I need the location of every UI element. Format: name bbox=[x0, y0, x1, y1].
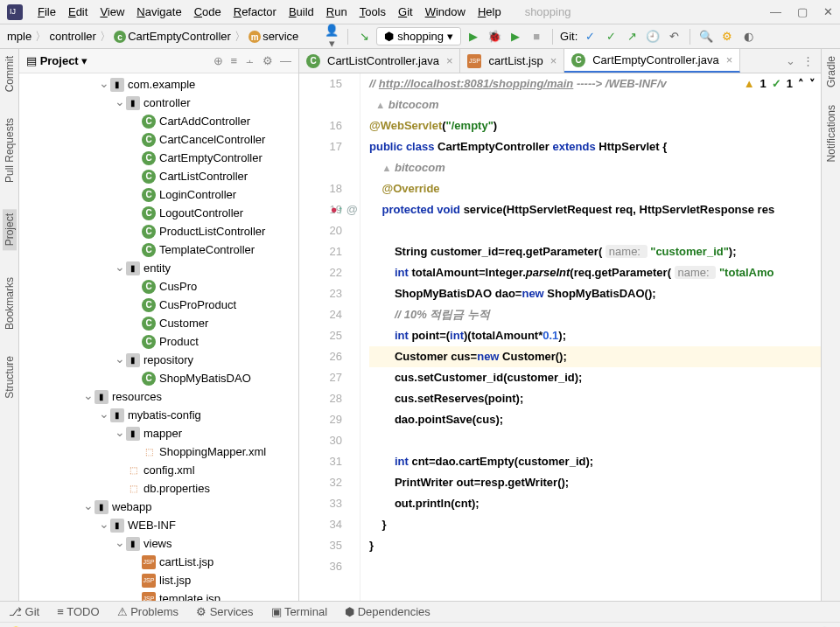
tool-commit[interactable]: Commit bbox=[4, 56, 16, 92]
menu-tools[interactable]: Tools bbox=[354, 5, 392, 18]
editor-tab[interactable]: CartListController.java× bbox=[299, 49, 460, 73]
tool-dependencies[interactable]: ⬢ Dependencies bbox=[345, 605, 430, 618]
breadcrumb[interactable]: controller bbox=[49, 30, 95, 43]
menu-code[interactable]: Code bbox=[188, 5, 228, 18]
menu-window[interactable]: Window bbox=[419, 5, 472, 18]
tool-project[interactable]: Project bbox=[3, 209, 17, 250]
menu-run[interactable]: Run bbox=[320, 5, 354, 18]
warning-icon[interactable]: ▲ bbox=[744, 73, 755, 94]
tab-dropdown-icon[interactable]: ⌄ bbox=[786, 54, 795, 67]
menu-file[interactable]: File bbox=[32, 5, 62, 18]
tree-item[interactable]: ▮webapp bbox=[19, 498, 298, 516]
tree-item[interactable]: CartListController bbox=[19, 167, 298, 185]
menu-edit[interactable]: Edit bbox=[62, 5, 94, 18]
tree-item[interactable]: CartCancelController bbox=[19, 130, 298, 149]
tool-pull-requests[interactable]: Pull Requests bbox=[4, 118, 16, 183]
project-tree[interactable]: ▮com.example▮controllerCartAddController… bbox=[19, 73, 298, 601]
tree-item[interactable]: Customer bbox=[19, 314, 298, 332]
tab-close-icon[interactable]: × bbox=[446, 54, 453, 67]
tree-item[interactable]: ▮mybatis-config bbox=[19, 406, 298, 424]
breadcrumb[interactable]: mple bbox=[7, 30, 32, 43]
git-commit-icon[interactable]: ✓ bbox=[602, 30, 620, 43]
close-icon[interactable]: ✕ bbox=[823, 5, 833, 18]
tree-item[interactable]: ▮controller bbox=[19, 94, 298, 112]
tree-item[interactable]: TemplateController bbox=[19, 240, 298, 259]
git-update-icon[interactable]: ✓ bbox=[581, 30, 598, 43]
tree-item[interactable]: ⬚config.xml bbox=[19, 461, 298, 479]
code-editor[interactable]: // http://localhost:8081/shopping/main -… bbox=[360, 73, 821, 601]
tree-item[interactable]: ProductListController bbox=[19, 222, 298, 240]
menu-help[interactable]: Help bbox=[472, 5, 508, 18]
tree-item[interactable]: ▮repository bbox=[19, 351, 298, 369]
git-rollback-icon[interactable]: ↶ bbox=[665, 30, 682, 43]
tree-item[interactable]: ▮mapper bbox=[19, 424, 298, 442]
maximize-icon[interactable]: ▢ bbox=[797, 5, 808, 18]
tree-item[interactable]: Product bbox=[19, 332, 298, 351]
tree-item[interactable]: list.jsp bbox=[19, 571, 298, 589]
user-icon[interactable]: 👤▾ bbox=[323, 24, 340, 50]
plugin-icon[interactable]: ◐ bbox=[739, 30, 757, 43]
ide-settings-icon[interactable]: ⚙ bbox=[718, 30, 736, 43]
tab-close-icon[interactable]: × bbox=[550, 54, 557, 67]
tool-todo[interactable]: ≡ TODO bbox=[57, 605, 99, 618]
menu-navigate[interactable]: Navigate bbox=[130, 5, 187, 18]
tool-gradle[interactable]: Gradle bbox=[825, 56, 837, 87]
tree-item[interactable]: ▮WEB-INF bbox=[19, 516, 298, 534]
jsp-icon bbox=[467, 54, 481, 68]
tree-item[interactable]: CusProProduct bbox=[19, 296, 298, 314]
fold-icon: ▮ bbox=[94, 500, 108, 514]
tree-item[interactable]: LogoutController bbox=[19, 204, 298, 222]
tree-item[interactable]: CusPro bbox=[19, 277, 298, 296]
collapse-icon[interactable]: ⫠ bbox=[244, 54, 256, 67]
expand-icon[interactable]: ≡ bbox=[230, 54, 237, 67]
settings-icon[interactable]: ⚙ bbox=[262, 54, 273, 67]
tool-git[interactable]: ⎇ Git bbox=[9, 605, 39, 618]
tree-item[interactable]: ▮resources bbox=[19, 387, 298, 406]
down-icon[interactable]: ˅ bbox=[809, 73, 816, 94]
class-icon bbox=[142, 188, 156, 202]
debug-icon[interactable]: 🐞 bbox=[486, 30, 503, 43]
tree-item[interactable]: CartAddController bbox=[19, 112, 298, 130]
tree-item[interactable]: CartEmptyController bbox=[19, 149, 298, 167]
menu-view[interactable]: View bbox=[94, 5, 130, 18]
tool-problems[interactable]: ⚠ Problems bbox=[117, 605, 179, 618]
menu-git[interactable]: Git bbox=[392, 5, 419, 18]
typo-icon[interactable]: ✓ bbox=[772, 73, 781, 94]
minimize-icon[interactable]: — bbox=[770, 5, 781, 18]
tree-item[interactable]: LoginController bbox=[19, 185, 298, 204]
hide-icon[interactable]: — bbox=[280, 54, 291, 67]
tree-item[interactable]: ▮views bbox=[19, 534, 298, 553]
project-label[interactable]: ▤ Project ▾ bbox=[26, 54, 88, 67]
coverage-icon[interactable]: ▶ bbox=[507, 30, 524, 43]
menu-refactor[interactable]: Refactor bbox=[228, 5, 283, 18]
tab-more-icon[interactable]: ⋮ bbox=[802, 54, 814, 67]
menu-build[interactable]: Build bbox=[283, 5, 320, 18]
tree-item[interactable]: ⬚ShoppingMapper.xml bbox=[19, 442, 298, 461]
git-push-icon[interactable]: ↗ bbox=[623, 30, 640, 43]
menu-bar: FileEditViewNavigateCodeRefactorBuildRun… bbox=[0, 0, 840, 24]
breadcrumb[interactable]: service bbox=[262, 30, 298, 43]
tool-bookmarks[interactable]: Bookmarks bbox=[4, 277, 16, 330]
tool-structure[interactable]: Structure bbox=[4, 356, 16, 399]
tree-item[interactable]: ⬚db.properties bbox=[19, 479, 298, 498]
tool-notifications[interactable]: Notifications bbox=[825, 105, 837, 162]
tree-item[interactable]: ▮com.example bbox=[19, 75, 298, 94]
stop-icon[interactable]: ■ bbox=[528, 30, 545, 43]
editor-tab[interactable]: cartList.jsp× bbox=[460, 49, 564, 73]
tool-terminal[interactable]: ▣ Terminal bbox=[271, 605, 328, 618]
tab-close-icon[interactable]: × bbox=[726, 53, 733, 66]
breadcrumb[interactable]: CartEmptyController bbox=[128, 30, 231, 43]
tool-services[interactable]: ⚙ Services bbox=[196, 605, 253, 618]
up-icon[interactable]: ˄ bbox=[798, 73, 804, 94]
hammer-icon[interactable]: ↘ bbox=[355, 30, 373, 43]
tree-item[interactable]: template.jsp bbox=[19, 589, 298, 601]
search-icon[interactable]: 🔍 bbox=[697, 30, 715, 43]
tree-item[interactable]: ▮entity bbox=[19, 259, 298, 277]
git-history-icon[interactable]: 🕘 bbox=[644, 30, 662, 43]
editor-tab[interactable]: CartEmptyController.java× bbox=[564, 49, 740, 73]
tree-item[interactable]: cartList.jsp bbox=[19, 553, 298, 571]
tree-item[interactable]: ShopMyBatisDAO bbox=[19, 369, 298, 387]
run-icon[interactable]: ▶ bbox=[465, 30, 482, 43]
select-opened-icon[interactable]: ⊕ bbox=[214, 54, 223, 67]
run-config[interactable]: ⬢ shopping ▾ bbox=[376, 27, 461, 45]
